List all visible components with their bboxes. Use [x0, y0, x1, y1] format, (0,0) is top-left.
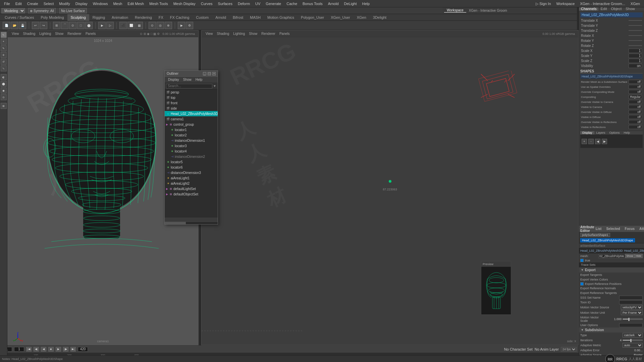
menu-surfaces[interactable]: Surfaces [215, 0, 235, 7]
cb-rotate-y-value[interactable] [629, 40, 642, 41]
menu-mesh-tools[interactable]: Mesh Tools [147, 0, 170, 7]
icon-snap-point[interactable]: ⊙ [69, 22, 76, 29]
menu-generate[interactable]: Generate [263, 0, 284, 7]
tool-select[interactable]: ↖ [1, 32, 7, 38]
sign-in[interactable]: ▷ Sign In [533, 0, 553, 7]
cb-visible-reflections-value[interactable]: off [629, 125, 642, 129]
icon-snap-curve[interactable]: ⌒ [61, 22, 68, 29]
cat-bifrost[interactable]: Bifrost [229, 14, 247, 21]
ae-subdiv-iterations-track[interactable] [623, 340, 643, 341]
cb-spatial-overrides-value[interactable]: off [629, 85, 642, 89]
cb-scale-z-value[interactable]: 1 [629, 59, 642, 63]
cb-visibility[interactable]: Visibility on [580, 63, 643, 68]
cat-mash[interactable]: MASH [247, 14, 264, 21]
vp-right-show[interactable]: Show [247, 32, 259, 36]
outliner-minimize-btn[interactable]: _ [203, 72, 206, 75]
vp-right-panels[interactable]: Panels [277, 32, 292, 36]
cat-xgen-user[interactable]: XGen_User [327, 14, 353, 21]
ae-tab-focus[interactable]: Focus [624, 227, 636, 231]
cb-render-subdiv-value[interactable]: off [629, 80, 642, 84]
outliner-menu-display[interactable]: Display [166, 78, 181, 81]
ae-export-ref-positions[interactable]: Export Reference Positions [579, 282, 644, 286]
cb-visible-diffuse-override[interactable]: Override Visible in Diffuse off [580, 110, 643, 114]
cb-scale-z[interactable]: Scale Z 1 [580, 58, 643, 63]
ae-shape-node[interactable]: Head_L02_ZBrushPolyMesh3DShape [624, 249, 644, 252]
vp-right-view[interactable]: View [204, 32, 215, 36]
cat-rigging[interactable]: Rigging [89, 14, 108, 21]
menu-cache[interactable]: Cache [284, 0, 300, 7]
menu-display[interactable]: Display [73, 0, 90, 7]
ae-motion-vector-scale-slider[interactable]: 1.000 [605, 317, 643, 321]
layer-remove-btn[interactable]: - [588, 139, 594, 144]
ae-tab-selected[interactable]: Selected [605, 227, 621, 231]
vp-right-lighting[interactable]: Lighting [231, 32, 247, 36]
cb-rotate-z[interactable]: Rotate Z [580, 43, 643, 48]
outliner-item-ailight1[interactable]: ☀ aiAreaLight1 [165, 175, 218, 181]
outliner-item-default-object-set[interactable]: ▶ ⊞ defaultObjectSet [165, 191, 218, 197]
cb-visible-camera-value[interactable]: off [629, 105, 642, 109]
outliner-item-top[interactable]: 🎬 top [165, 95, 218, 100]
tool-soft-sel[interactable]: ◐ [1, 74, 7, 80]
icon-show-hide-1[interactable]: ⬛ [119, 22, 127, 29]
cb-compositing-value[interactable]: Regular [629, 95, 642, 99]
menu-help[interactable]: Help [359, 0, 372, 7]
vp-left-shading[interactable]: Shading [21, 32, 38, 36]
icon-play[interactable]: ▶ [178, 22, 185, 29]
menu-uv[interactable]: UV [253, 0, 263, 7]
xgen-tab[interactable]: XGen [628, 0, 643, 7]
tool-sculpt-a[interactable]: ⬤ [1, 81, 7, 87]
menu-deform[interactable]: Deform [235, 0, 253, 7]
timeline-go-start[interactable]: |◀ [26, 347, 32, 352]
timeline-fps-selector[interactable]: 24 fps [561, 347, 577, 352]
outliner-item-instance-dim1[interactable]: ⊣ instanceDimension1 [165, 138, 218, 143]
vp-right-shading[interactable]: Shading [215, 32, 231, 36]
icon-snap-live[interactable]: ⬤ [85, 22, 93, 29]
layer-prev-btn[interactable]: ◀ [595, 139, 600, 144]
ae-node-poly[interactable]: polySurfaceShape1 [580, 233, 610, 237]
icon-sculpt-3[interactable]: ⊕ [165, 22, 172, 29]
ae-adaptive-metric-dropdown[interactable]: auto [623, 343, 643, 348]
tool-relax[interactable]: ⊙ [1, 94, 7, 100]
cat-arnold[interactable]: Arnold [212, 14, 229, 21]
outliner-item-locator6[interactable]: ✳ locator6 [165, 165, 218, 170]
tool-show-manip[interactable]: ⊞ [1, 103, 7, 109]
menu-edit-mesh[interactable]: Edit Mesh [125, 0, 147, 7]
icon-snap-view[interactable]: □ [77, 22, 85, 29]
tab-help-layers[interactable]: Help [622, 131, 632, 134]
outliner-expand-object-set[interactable]: ▶ [166, 193, 168, 196]
cb-translate-y-value[interactable] [629, 25, 642, 26]
outliner-menu-show[interactable]: Show [181, 78, 194, 81]
cb-compositing-mode-value[interactable]: off [629, 90, 642, 94]
vp-left-show[interactable]: Show [53, 32, 65, 36]
cb-visible-diffuse[interactable]: Visible in Diffuse off [580, 115, 643, 119]
cb-compositing[interactable]: Compositing Regular [580, 95, 643, 99]
cb-visibility-value[interactable]: on [629, 64, 642, 68]
icon-ipr-render[interactable]: ▷ [106, 22, 114, 29]
ae-subdivision-section-header[interactable]: ▼ Subdivision [579, 327, 644, 333]
ae-show-btn[interactable]: Show [625, 254, 635, 258]
ae-subdiv-iterations-slider[interactable]: 4 [605, 339, 643, 342]
ae-self-shadows-checkbox[interactable] [580, 259, 584, 262]
ae-hide-btn[interactable]: Hide [635, 254, 643, 258]
layer-next-btn[interactable]: ▶ [602, 139, 607, 144]
cb-scale-x-value[interactable]: 1 [629, 49, 642, 53]
vp-left-panels[interactable]: Panels [84, 32, 98, 36]
cb-translate-z-value[interactable] [629, 30, 642, 31]
tab-options[interactable]: Options [607, 131, 622, 134]
outliner-scrollbar-h[interactable] [165, 222, 218, 224]
cat-3delight[interactable]: 3Delight [370, 14, 390, 21]
outliner-item-locator2[interactable]: ✳ locator2 [165, 132, 218, 138]
icon-show-hide-3[interactable]: ▦ [136, 22, 143, 29]
layer-add-btn[interactable]: + [582, 139, 587, 144]
ae-user-options-input[interactable] [619, 323, 643, 327]
outliner-item-camera1[interactable]: 🎬 camera1 [165, 116, 218, 122]
icon-new[interactable]: 📄 [3, 22, 10, 29]
tool-rotate[interactable]: ↺ [1, 59, 7, 65]
tool-lasso[interactable]: ⌖ [1, 39, 7, 45]
icon-save[interactable]: 💾 [19, 22, 26, 29]
outliner-close-btn[interactable]: × [212, 72, 216, 75]
vp-right-renderer[interactable]: Renderer [259, 32, 277, 36]
cat-animation[interactable]: Animation [108, 14, 131, 21]
cb-translate-z[interactable]: Translate Z [580, 28, 643, 33]
ae-export-ref-positions-checkbox[interactable] [580, 282, 584, 286]
